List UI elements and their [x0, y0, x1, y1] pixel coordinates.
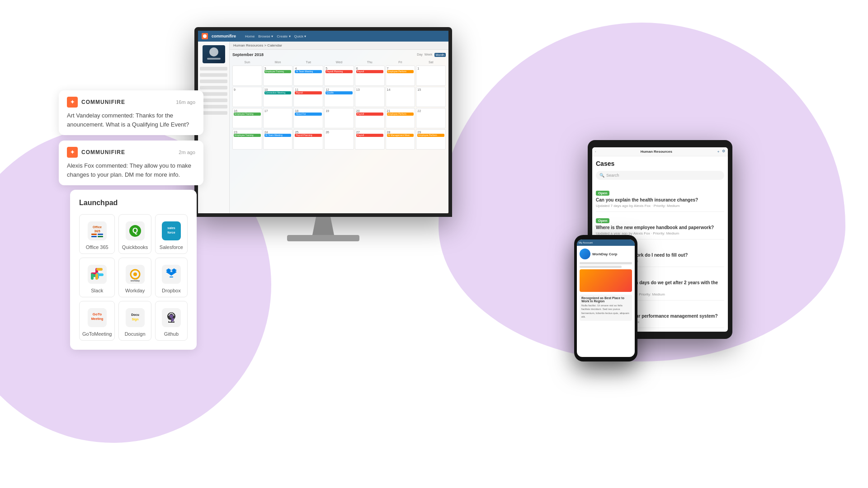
nav-home: Home [245, 34, 255, 38]
app-content: Human Resources > Calendar September 201… [198, 42, 448, 213]
svg-text:GoTo: GoTo [93, 312, 102, 316]
svg-text:workday: workday [130, 279, 140, 282]
cal-cell: 23Employee Training [232, 129, 262, 150]
day-header-sun: Sun [232, 60, 262, 65]
calendar-area: September 2018 Day Week Month Sun Mon [230, 50, 448, 152]
app-logo [202, 33, 208, 39]
launchpad-item-quickbooks[interactable]: Q Quickbooks [118, 214, 151, 254]
cal-cell: 15 [416, 87, 446, 107]
tablet-search-bar[interactable]: 🔍 Search [596, 171, 724, 180]
notification-text-1: Art Vandelay commented: Thanks for the a… [67, 111, 195, 129]
quickbooks-label: Quickbooks [122, 244, 148, 250]
case-title-2: Where is the new employee handbook and p… [596, 225, 724, 230]
docusign-logo: Docu Sign [124, 307, 146, 328]
launchpad-item-github[interactable]: Github [155, 301, 188, 341]
cal-cell: 3Employee Training [263, 66, 293, 86]
tablet-cases-title: Cases [596, 160, 724, 167]
dropbox-label: Dropbox [162, 288, 181, 293]
dropbox-logo [160, 263, 182, 285]
phone-recognition-text: Nulla facilisi. Ut ornare nisl ac felis … [581, 304, 630, 319]
monitor-stand [305, 217, 341, 235]
cal-cell: 11Payroll [293, 87, 323, 107]
notification-brand-2: ✦ COMMUNIFIRE [67, 147, 125, 158]
phone-image [580, 269, 632, 292]
svg-point-46 [209, 47, 218, 56]
svg-point-41 [169, 320, 171, 322]
tablet-settings-icon: ⚙ [722, 149, 725, 154]
launchpad-item-workday[interactable]: workday Workday [118, 258, 151, 297]
phone-recognition-card: Recognized as Best Place to Work in Regi… [580, 295, 632, 321]
phone-username: WorkDay Corp [592, 252, 617, 256]
workday-logo: workday [124, 263, 146, 285]
svg-rect-4 [98, 234, 103, 235]
search-icon: 🔍 [599, 173, 604, 178]
slack-label: Slack [91, 288, 103, 293]
cal-cell: 6Payroll [355, 66, 385, 86]
svg-rect-47 [207, 58, 221, 60]
gotomeeting-label: GoToMeeting [82, 331, 112, 337]
calendar-view-toggle: Day Week Month [417, 53, 446, 57]
cal-cell [232, 66, 262, 86]
communifire-icon-1: ✦ [67, 97, 78, 108]
calendar-panel: Human Resources > Calendar September 201… [230, 42, 448, 213]
cal-cell: 28Hr Management Meet [386, 129, 415, 150]
phone-topbar: My Account [577, 239, 635, 246]
cal-cell: 25Payroll Planning [293, 129, 323, 150]
phone-recognition-title: Recognized as Best Place to Work in Regi… [581, 296, 630, 303]
cal-cell: 10Connection Meeting [263, 87, 293, 107]
cal-cell: 27Payroll [355, 129, 385, 150]
launchpad-item-gotomeeting[interactable]: GoTo Meeting GoToMeeting [79, 301, 115, 341]
cal-cell: 14 [386, 87, 415, 107]
launchpad-item-docusign[interactable]: Docu Sign Docusign [118, 301, 151, 341]
monitor-base [287, 235, 359, 241]
menu-item [200, 67, 227, 70]
notification-brand-1: ✦ COMMUNIFIRE [67, 97, 125, 108]
svg-text:Office: Office [93, 225, 102, 229]
menu-item [200, 111, 227, 115]
notification-header-2: ✦ COMMUNIFIRE 2m ago [67, 147, 195, 158]
docusign-label: Docusign [125, 331, 146, 337]
office365-logo: Office 365 [86, 220, 108, 242]
launchpad-panel: Launchpad Office 365 Office 365 [70, 190, 197, 350]
phone-topbar-title: My Account [579, 241, 593, 244]
nav-browse: Browse ▾ [258, 34, 273, 38]
breadcrumb-text: Human Resources > Calendar [233, 43, 282, 47]
monitor-wallpaper: communifire Home Browse ▾ Create ▾ Quick… [198, 31, 448, 213]
day-header-mon: Mon [263, 60, 293, 65]
cal-cell: 12Qualife [324, 87, 354, 107]
time-ago-1: 16m ago [176, 99, 195, 105]
svg-rect-6 [98, 236, 103, 237]
notification-header-1: ✦ COMMUNIFIRE 16m ago [67, 97, 195, 108]
day-header-fri: Fri [386, 60, 415, 65]
day-header-tue: Tue [293, 60, 323, 65]
launchpad-item-office365[interactable]: Office 365 Office 365 [79, 214, 115, 254]
notification-card-1: ✦ COMMUNIFIRE 16m ago Art Vandelay comme… [59, 90, 203, 135]
tablet-section-label: Human Resources [641, 150, 672, 154]
svg-text:force: force [167, 231, 175, 234]
phone-profile: WorkDay Corp [580, 249, 632, 259]
cal-cell: 21Employee Perform [386, 108, 415, 128]
phone-content: WorkDay Corp Recognized as Best Place to… [577, 246, 635, 324]
day-header-sat: Sat [416, 60, 446, 65]
launchpad-item-salesforce[interactable]: sales force Salesforce [155, 214, 188, 254]
tablet-topbar: ‹ Human Resources ＋ ⚙ [592, 147, 728, 156]
case-title-1: Can you explain the health insurance cha… [596, 197, 724, 203]
breadcrumb: Human Resources > Calendar [230, 42, 448, 50]
app-topbar: communifire Home Browse ▾ Create ▾ Quick… [198, 31, 448, 42]
launchpad-item-slack[interactable]: Slack [79, 258, 115, 297]
menu-item [200, 73, 227, 77]
notification-text-2: Alexis Fox commented: They allow you to … [67, 161, 195, 179]
phone-frame: My Account WorkDay Corp Recognized as Be… [574, 235, 637, 361]
menu-item [200, 80, 227, 83]
launchpad-item-dropbox[interactable]: Dropbox [155, 258, 188, 297]
brand-name-2: COMMUNIFIRE [81, 149, 125, 155]
gotomeeting-logo: GoTo Meeting [86, 307, 108, 328]
brand-name-1: COMMUNIFIRE [81, 99, 125, 105]
svg-rect-32 [170, 277, 173, 277]
svg-text:365: 365 [94, 229, 100, 233]
app-title: communifire [212, 34, 236, 38]
menu-item [200, 92, 227, 96]
sidebar-logo [203, 45, 225, 63]
cal-cell: 7Employee Perform [386, 66, 415, 86]
svg-text:Sign: Sign [132, 318, 138, 321]
